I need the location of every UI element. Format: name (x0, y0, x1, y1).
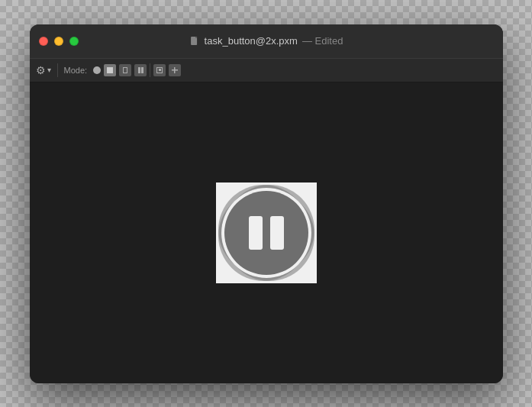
window-title: task_button@2x.pxm (205, 35, 298, 47)
pause-bars (249, 216, 284, 250)
close-button[interactable] (39, 37, 48, 46)
toolbar-divider (57, 63, 58, 77)
mode-btn-3[interactable] (134, 64, 147, 76)
mode-btn-2[interactable] (119, 64, 131, 76)
traffic-lights (39, 37, 79, 46)
mode-radio[interactable] (93, 66, 101, 74)
toolbar-divider-2 (150, 63, 150, 77)
minimize-button[interactable] (54, 37, 63, 46)
mode-label: Mode: (64, 66, 88, 75)
gear-menu[interactable]: ⚙ ▾ (36, 64, 51, 76)
mode-group (93, 63, 181, 77)
mode-btn-5[interactable] (169, 64, 181, 76)
svg-rect-1 (195, 37, 197, 38)
app-window: task_button@2x.pxm — Edited ⚙ ▾ Mode: (30, 24, 503, 383)
mode-btn-1[interactable] (104, 64, 116, 76)
maximize-button[interactable] (69, 37, 79, 46)
title-area: task_button@2x.pxm — Edited (189, 35, 343, 47)
titlebar: task_button@2x.pxm — Edited (30, 24, 503, 58)
edited-label: — Edited (302, 35, 343, 47)
mode-btn-4[interactable] (153, 64, 166, 76)
pause-bar-right (270, 216, 284, 250)
toolbar: ⚙ ▾ Mode: (30, 58, 503, 82)
pause-icon (224, 191, 308, 275)
document-icon (189, 36, 200, 47)
canvas-area (30, 82, 503, 383)
gear-icon: ⚙ (36, 64, 46, 76)
image-container (216, 183, 317, 283)
pause-bar-left (249, 216, 263, 250)
chevron-down-icon: ▾ (47, 66, 51, 74)
svg-rect-3 (174, 67, 176, 73)
